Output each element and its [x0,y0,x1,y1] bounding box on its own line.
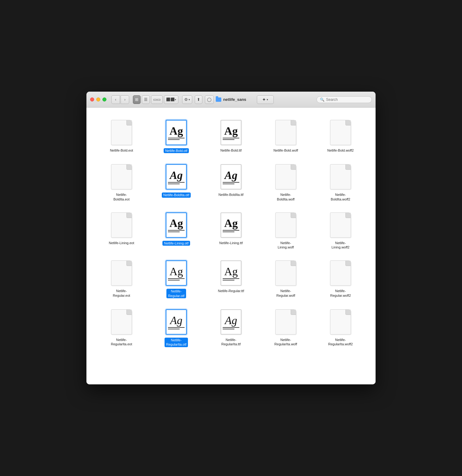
font-preview-text: Ag [225,315,237,326]
file-label-selected: Netlife-BoldIta.otf [162,192,191,197]
file-icon-wrapper [327,211,354,239]
file-item[interactable]: Netlife-Regular.woff2 [315,257,366,300]
font-line-short [223,280,234,280]
file-item[interactable]: Netlife-Lining.woff2 [315,209,366,252]
cover-view-button[interactable]: ⬛⬛ ▾ [164,95,178,104]
blank-file-icon [111,212,132,238]
file-item[interactable]: Ag Netlife-Lining.ttf [205,209,257,252]
forward-button[interactable]: › [121,95,129,104]
font-lines [223,327,239,329]
blank-file-icon [330,120,351,145]
window-title: netlife_sans [223,97,246,102]
font-line-short [223,232,234,232]
file-item[interactable]: Ag Netlife-Lining.otf [150,209,202,252]
finder-window: ‹ › ⊞ ☰ ▭▭ ⬛⬛ ▾ ⚙ ▾ ⬆ [86,92,376,384]
font-line-short [168,184,180,184]
font-line-short [223,184,234,184]
font-line [168,278,185,279]
font-line-short [168,329,180,329]
search-icon: 🔍 [320,97,325,102]
file-label: Netlife-Bold.woff2 [327,148,354,153]
file-item[interactable]: Ag Netlife-Bold.otf [150,117,202,155]
tag-icon: ◯ [207,97,212,102]
file-icon-wrapper [272,308,300,336]
file-icon-wrapper: Ag [217,211,245,239]
file-content: Netlife-Bold.eot Ag Netlife-Bold.otf [86,108,376,384]
blank-file-icon [111,260,132,286]
font-preview-text: Ag [170,315,182,326]
file-label: Netlife-Lining.woff [278,241,294,250]
dropbox-button[interactable]: ✦ ▾ [257,95,274,104]
blank-file-icon [275,212,296,238]
blank-file-icon [330,212,351,238]
blank-file-icon [275,260,296,286]
file-label: Netlife-RegularIta.woff [274,338,297,347]
font-preview-text: Ag [169,218,183,229]
file-item[interactable]: Netlife-RegularIta.woff [260,306,312,349]
titlebar: ‹ › ⊞ ☰ ▭▭ ⬛⬛ ▾ ⚙ ▾ ⬆ [86,92,376,108]
file-item[interactable]: Netlife-Lining.eot [96,209,147,252]
file-item[interactable]: Ag Netlife-RegularIta.ttf [205,306,257,349]
file-icon-wrapper: Ag [162,211,190,239]
nav-buttons: ‹ › [111,95,129,104]
maximize-button[interactable] [102,97,106,101]
file-item[interactable]: Ag Netlife-Regular.otf [150,257,202,300]
file-item[interactable]: Netlife-Bold.woff2 [315,117,366,155]
file-item[interactable]: Netlife-Bold.woff [260,117,312,155]
file-label: Netlife-Regular.woff2 [330,289,351,298]
file-item[interactable]: Ag Netlife-Regular.ttf [205,257,257,300]
file-item[interactable]: Netlife-Lining.woff [260,209,312,252]
file-item[interactable]: Netlife-BoldIta.eot [96,161,147,203]
font-lines [223,182,239,184]
file-label-selected: Netlife-Lining.otf [162,241,190,246]
font-line [223,138,239,138]
list-view-button[interactable]: ☰ [142,95,150,104]
back-button[interactable]: ‹ [111,95,120,104]
blank-file-icon [275,120,296,145]
file-item[interactable]: Netlife-Bold.eot [96,117,147,155]
tags-button[interactable]: ◯ [205,95,214,104]
file-item[interactable]: Ag Netlife-BoldIta.otf [150,161,202,203]
blank-file-icon [330,309,351,335]
font-file-icon: Ag [166,212,187,238]
font-lines [168,327,185,329]
share-icon: ⬆ [197,97,200,102]
file-item[interactable]: Ag Netlife-BoldIta.ttf [205,161,257,203]
icon-view-button[interactable]: ⊞ [133,95,141,104]
file-item[interactable]: Netlife-RegularIta.woff2 [315,306,366,349]
font-lines [223,138,239,140]
font-line [168,327,185,328]
blank-file-icon [330,164,351,189]
minimize-button[interactable] [96,97,100,101]
file-icon-wrapper: Ag [217,259,245,287]
font-file-icon: Ag [166,309,187,335]
blank-file-icon [275,164,296,189]
font-line-short [168,280,180,280]
file-icon-wrapper [108,163,135,191]
file-item[interactable]: Netlife-BoldIta.woff2 [315,161,366,203]
close-button[interactable] [90,97,94,101]
file-label: Netlife-Bold.eot [110,148,133,153]
font-line-short [168,232,180,232]
font-file-icon: Ag [166,164,187,189]
search-box[interactable]: 🔍 [317,96,372,103]
file-item[interactable]: Netlife-RegularIta.eot [96,306,147,349]
file-label: Netlife-RegularIta.woff2 [328,338,353,347]
font-line [168,138,185,138]
file-item[interactable]: Ag Netlife-RegularIta.otf [150,306,202,349]
file-item[interactable]: Ag Netlife-Bold.ttf [205,117,257,155]
file-item[interactable]: Netlife-Regular.woff [260,257,312,300]
file-item[interactable]: Netlife-Regular.eot [96,257,147,300]
file-item[interactable]: Netlife-BoldIta.woff [260,161,312,203]
back-icon: ‹ [115,97,116,102]
share-button[interactable]: ⬆ [195,95,202,104]
column-view-button[interactable]: ▭▭ [151,95,163,104]
actions-chevron-icon: ▾ [189,98,190,101]
file-label: Netlife-Regular.ttf [218,289,244,293]
actions-button[interactable]: ⚙ ▾ [182,95,192,104]
file-icon-wrapper: Ag [217,119,245,146]
search-input[interactable] [326,97,368,102]
blank-file-icon [111,164,132,189]
file-icon-wrapper [327,163,354,191]
font-preview-text: Ag [224,125,238,137]
